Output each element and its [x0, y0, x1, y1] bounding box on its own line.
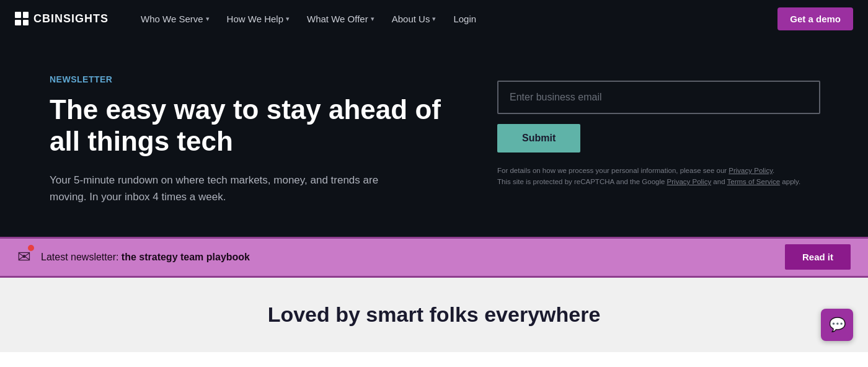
envelope-icon: ✉ — [17, 247, 31, 267]
nav-items: Who We Serve ▾ How We Help ▾ What We Off… — [133, 9, 777, 29]
email-input[interactable] — [497, 81, 820, 114]
nav-item-about-us[interactable]: About Us ▾ — [384, 9, 444, 29]
logo[interactable]: CBINSIGHTS — [15, 12, 108, 25]
privacy-policy-link[interactable]: Privacy Policy — [728, 167, 773, 174]
hero-section: Newsletter The easy way to stay ahead of… — [0, 37, 868, 237]
newsletter-label: Newsletter — [50, 74, 472, 84]
bottom-section: Loved by smart folks everywhere 💬 — [0, 278, 868, 352]
chat-icon: 💬 — [829, 317, 846, 333]
hero-description: Your 5-minute rundown on where tech mark… — [50, 172, 384, 205]
chevron-down-icon: ▾ — [432, 15, 436, 23]
banner-text: Latest newsletter: the strategy team pla… — [41, 252, 775, 263]
logo-icon — [15, 12, 29, 25]
newsletter-banner: ✉ Latest newsletter: the strategy team p… — [0, 237, 868, 278]
read-it-button[interactable]: Read it — [785, 244, 851, 270]
hero-title: The easy way to stay ahead of all things… — [50, 94, 472, 157]
bottom-title: Loved by smart folks everywhere — [268, 303, 601, 327]
hero-left: Newsletter The easy way to stay ahead of… — [50, 74, 472, 206]
nav-item-what-we-offer[interactable]: What We Offer ▾ — [299, 9, 382, 29]
chevron-down-icon: ▾ — [286, 15, 290, 23]
submit-button[interactable]: Submit — [497, 124, 580, 153]
get-demo-button[interactable]: Get a demo — [777, 7, 853, 30]
tos-link[interactable]: Terms of Service — [727, 178, 781, 185]
google-privacy-link[interactable]: Privacy Policy — [667, 178, 712, 185]
hero-right: Submit For details on how we process you… — [497, 74, 820, 188]
nav-item-who-we-serve[interactable]: Who We Serve ▾ — [133, 9, 217, 29]
login-link[interactable]: Login — [446, 9, 484, 29]
privacy-text: For details on how we process your perso… — [497, 165, 820, 188]
nav-item-how-we-help[interactable]: How We Help ▾ — [219, 9, 297, 29]
notification-dot — [28, 245, 34, 251]
chat-widget-button[interactable]: 💬 — [821, 309, 853, 341]
logo-text: CBINSIGHTS — [33, 12, 108, 25]
navbar: CBINSIGHTS Who We Serve ▾ How We Help ▾ … — [0, 0, 868, 37]
chevron-down-icon: ▾ — [371, 15, 374, 23]
chevron-down-icon: ▾ — [206, 15, 210, 23]
